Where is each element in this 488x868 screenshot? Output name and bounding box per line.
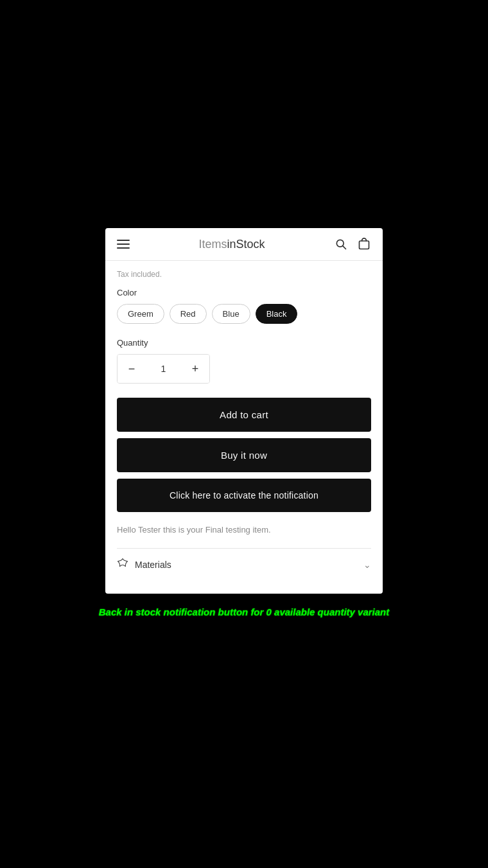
quantity-label: Quantity — [117, 338, 371, 348]
svg-line-1 — [343, 246, 346, 249]
accordion-left: Materials — [117, 558, 171, 572]
quantity-increase-button[interactable]: + — [181, 355, 209, 383]
svg-rect-2 — [360, 241, 369, 249]
search-icon[interactable] — [334, 237, 348, 251]
color-option-red[interactable]: Red — [170, 304, 207, 324]
quantity-decrease-button[interactable]: − — [118, 355, 146, 383]
product-card: ItemsinStock Tax included. Color Greem — [105, 228, 383, 594]
accordion-label: Materials — [135, 560, 171, 570]
buy-it-now-button[interactable]: Buy it now — [117, 438, 371, 472]
cart-icon[interactable] — [357, 237, 371, 251]
add-to-cart-button[interactable]: Add to cart — [117, 398, 371, 432]
star-icon — [117, 558, 128, 572]
nav-icons — [334, 237, 371, 251]
quantity-control: − 1 + — [117, 354, 210, 384]
color-options: Greem Red Blue Black — [117, 304, 371, 324]
quantity-value: 1 — [146, 364, 181, 374]
color-option-black[interactable]: Black — [256, 304, 298, 324]
color-option-blue[interactable]: Blue — [212, 304, 250, 324]
color-section-label: Color — [117, 288, 371, 297]
annotation-text: Back in stock notification button for 0 … — [86, 605, 403, 619]
card-body: Tax included. Color Greem Red Blue Black… — [105, 261, 383, 594]
notification-button[interactable]: Click here to activate the notification — [117, 479, 371, 512]
product-description: Hello Tester this is your Final testing … — [117, 524, 371, 536]
navbar: ItemsinStock — [105, 228, 383, 261]
menu-icon[interactable] — [117, 240, 130, 249]
materials-accordion[interactable]: Materials ⌄ — [117, 548, 371, 581]
tax-label: Tax included. — [117, 270, 371, 279]
site-logo[interactable]: ItemsinStock — [198, 238, 265, 251]
color-option-greem[interactable]: Greem — [117, 304, 164, 324]
chevron-down-icon: ⌄ — [363, 560, 371, 570]
